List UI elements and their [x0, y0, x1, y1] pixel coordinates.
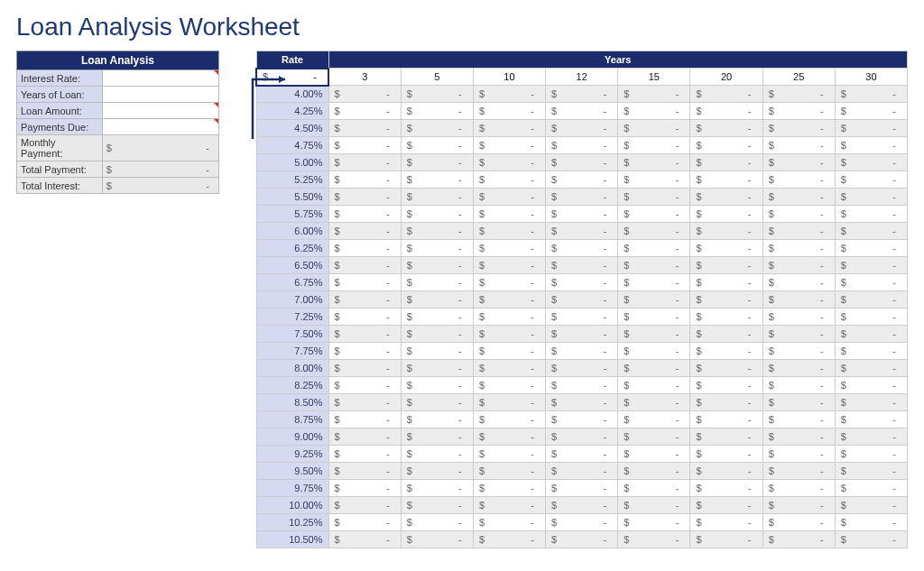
- grid-cell[interactable]: $-: [762, 497, 835, 514]
- grid-cell[interactable]: $-: [618, 309, 690, 326]
- grid-cell[interactable]: $-: [618, 428, 690, 446]
- grid-cell[interactable]: $-: [401, 411, 473, 428]
- loan-row-value[interactable]: [102, 119, 218, 135]
- grid-cell[interactable]: $-: [328, 394, 401, 411]
- grid-cell[interactable]: $-: [690, 189, 762, 206]
- grid-cell[interactable]: $-: [762, 463, 835, 480]
- grid-cell[interactable]: $-: [401, 171, 473, 189]
- grid-cell[interactable]: $-: [618, 480, 690, 497]
- grid-cell[interactable]: $-: [546, 154, 618, 171]
- grid-cell[interactable]: $-: [690, 428, 762, 446]
- grid-cell[interactable]: $-: [835, 411, 907, 428]
- grid-cell[interactable]: $-: [473, 394, 545, 411]
- grid-cell[interactable]: $-: [401, 86, 473, 103]
- grid-cell[interactable]: $-: [401, 206, 473, 223]
- grid-cell[interactable]: $-: [473, 274, 545, 291]
- grid-cell[interactable]: $-: [473, 86, 545, 103]
- grid-cell[interactable]: $-: [690, 514, 762, 531]
- grid-cell[interactable]: $-: [473, 223, 545, 240]
- grid-cell[interactable]: $-: [835, 428, 907, 446]
- grid-cell[interactable]: $-: [473, 343, 545, 360]
- grid-cell[interactable]: $-: [473, 189, 545, 206]
- grid-cell[interactable]: $-: [690, 394, 762, 411]
- grid-cell[interactable]: $-: [546, 291, 618, 309]
- grid-cell[interactable]: $-: [473, 240, 545, 257]
- grid-cell[interactable]: $-: [401, 480, 473, 497]
- grid-cell[interactable]: $-: [618, 411, 690, 428]
- grid-cell[interactable]: $-: [546, 223, 618, 240]
- grid-cell[interactable]: $-: [835, 360, 907, 377]
- formula-cell[interactable]: $-: [256, 69, 328, 86]
- grid-cell[interactable]: $-: [690, 274, 762, 291]
- grid-cell[interactable]: $-: [835, 497, 907, 514]
- grid-cell[interactable]: $-: [835, 377, 907, 394]
- grid-cell[interactable]: $-: [835, 257, 907, 274]
- grid-cell[interactable]: $-: [328, 240, 401, 257]
- grid-cell[interactable]: $-: [762, 240, 835, 257]
- grid-cell[interactable]: $-: [401, 309, 473, 326]
- grid-cell[interactable]: $-: [546, 343, 618, 360]
- grid-cell[interactable]: $-: [546, 446, 618, 463]
- grid-cell[interactable]: $-: [401, 257, 473, 274]
- grid-cell[interactable]: $-: [473, 309, 545, 326]
- grid-cell[interactable]: $-: [328, 274, 401, 291]
- grid-cell[interactable]: $-: [473, 291, 545, 309]
- grid-cell[interactable]: $-: [546, 514, 618, 531]
- grid-cell[interactable]: $-: [690, 223, 762, 240]
- grid-cell[interactable]: $-: [762, 360, 835, 377]
- grid-cell[interactable]: $-: [546, 206, 618, 223]
- grid-cell[interactable]: $-: [690, 120, 762, 137]
- grid-cell[interactable]: $-: [690, 463, 762, 480]
- grid-cell[interactable]: $-: [401, 189, 473, 206]
- grid-cell[interactable]: $-: [618, 377, 690, 394]
- grid-cell[interactable]: $-: [328, 428, 401, 446]
- grid-cell[interactable]: $-: [328, 257, 401, 274]
- grid-cell[interactable]: $-: [835, 514, 907, 531]
- grid-cell[interactable]: $-: [690, 257, 762, 274]
- grid-cell[interactable]: $-: [328, 291, 401, 309]
- grid-cell[interactable]: $-: [401, 154, 473, 171]
- grid-cell[interactable]: $-: [618, 463, 690, 480]
- grid-cell[interactable]: $-: [690, 531, 762, 548]
- grid-cell[interactable]: $-: [546, 480, 618, 497]
- grid-cell[interactable]: $-: [328, 480, 401, 497]
- grid-cell[interactable]: $-: [835, 446, 907, 463]
- grid-cell[interactable]: $-: [618, 103, 690, 120]
- grid-cell[interactable]: $-: [473, 137, 545, 154]
- grid-cell[interactable]: $-: [690, 206, 762, 223]
- grid-cell[interactable]: $-: [690, 86, 762, 103]
- grid-cell[interactable]: $-: [762, 428, 835, 446]
- grid-cell[interactable]: $-: [546, 377, 618, 394]
- grid-cell[interactable]: $-: [618, 240, 690, 257]
- grid-cell[interactable]: $-: [546, 137, 618, 154]
- grid-cell[interactable]: $-: [401, 223, 473, 240]
- grid-cell[interactable]: $-: [401, 360, 473, 377]
- grid-cell[interactable]: $-: [835, 291, 907, 309]
- grid-cell[interactable]: $-: [473, 120, 545, 137]
- grid-cell[interactable]: $-: [546, 497, 618, 514]
- grid-cell[interactable]: $-: [328, 189, 401, 206]
- grid-cell[interactable]: $-: [618, 326, 690, 343]
- grid-cell[interactable]: $-: [546, 120, 618, 137]
- grid-cell[interactable]: $-: [401, 446, 473, 463]
- grid-cell[interactable]: $-: [835, 463, 907, 480]
- grid-cell[interactable]: $-: [835, 531, 907, 548]
- grid-cell[interactable]: $-: [401, 120, 473, 137]
- grid-cell[interactable]: $-: [328, 446, 401, 463]
- grid-cell[interactable]: $-: [328, 411, 401, 428]
- grid-cell[interactable]: $-: [473, 446, 545, 463]
- grid-cell[interactable]: $-: [762, 274, 835, 291]
- grid-cell[interactable]: $-: [473, 531, 545, 548]
- grid-cell[interactable]: $-: [835, 343, 907, 360]
- grid-cell[interactable]: $-: [473, 326, 545, 343]
- grid-cell[interactable]: $-: [762, 86, 835, 103]
- grid-cell[interactable]: $-: [618, 223, 690, 240]
- grid-cell[interactable]: $-: [546, 171, 618, 189]
- grid-cell[interactable]: $-: [473, 497, 545, 514]
- grid-cell[interactable]: $-: [546, 103, 618, 120]
- grid-cell[interactable]: $-: [401, 343, 473, 360]
- grid-cell[interactable]: $-: [690, 326, 762, 343]
- grid-cell[interactable]: $-: [618, 274, 690, 291]
- grid-cell[interactable]: $-: [546, 189, 618, 206]
- grid-cell[interactable]: $-: [546, 411, 618, 428]
